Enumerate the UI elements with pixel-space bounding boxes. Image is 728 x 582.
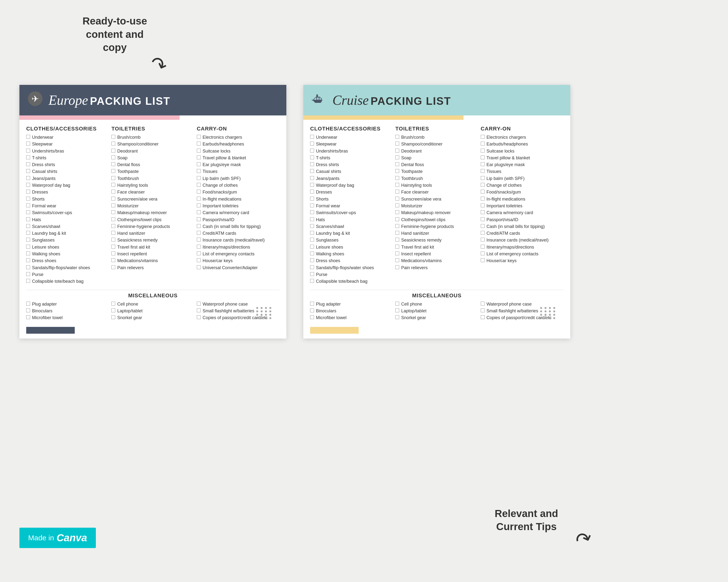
checkbox[interactable]	[395, 245, 399, 249]
checkbox[interactable]	[395, 210, 399, 214]
checkbox[interactable]	[111, 217, 115, 221]
checkbox[interactable]	[197, 302, 201, 306]
checkbox[interactable]	[26, 176, 30, 180]
checkbox[interactable]	[310, 203, 314, 207]
checkbox[interactable]	[26, 308, 30, 312]
checkbox[interactable]	[197, 135, 201, 139]
checkbox[interactable]	[26, 315, 30, 319]
checkbox[interactable]	[310, 265, 314, 269]
checkbox[interactable]	[310, 245, 314, 249]
checkbox[interactable]	[395, 203, 399, 207]
checkbox[interactable]	[197, 162, 201, 166]
checkbox[interactable]	[481, 315, 485, 319]
checkbox[interactable]	[197, 142, 201, 145]
checkbox[interactable]	[481, 251, 485, 255]
checkbox[interactable]	[197, 156, 201, 159]
checkbox[interactable]	[111, 258, 115, 262]
checkbox[interactable]	[111, 203, 115, 207]
checkbox[interactable]	[197, 149, 201, 153]
checkbox[interactable]	[26, 279, 30, 283]
checkbox[interactable]	[481, 238, 485, 242]
checkbox[interactable]	[310, 308, 314, 312]
checkbox[interactable]	[111, 210, 115, 214]
checkbox[interactable]	[395, 238, 399, 242]
checkbox[interactable]	[197, 217, 201, 221]
checkbox[interactable]	[481, 231, 485, 235]
checkbox[interactable]	[310, 210, 314, 214]
checkbox[interactable]	[395, 176, 399, 180]
checkbox[interactable]	[481, 302, 485, 306]
checkbox[interactable]	[395, 224, 399, 228]
checkbox[interactable]	[395, 217, 399, 221]
checkbox[interactable]	[26, 142, 30, 145]
checkbox[interactable]	[310, 315, 314, 319]
checkbox[interactable]	[310, 302, 314, 306]
checkbox[interactable]	[26, 231, 30, 235]
checkbox[interactable]	[395, 169, 399, 173]
checkbox[interactable]	[395, 258, 399, 262]
checkbox[interactable]	[111, 142, 115, 145]
checkbox[interactable]	[197, 315, 201, 319]
checkbox[interactable]	[197, 308, 201, 312]
checkbox[interactable]	[111, 302, 115, 306]
checkbox[interactable]	[111, 162, 115, 166]
checkbox[interactable]	[26, 197, 30, 200]
checkbox[interactable]	[111, 251, 115, 255]
checkbox[interactable]	[111, 183, 115, 187]
checkbox[interactable]	[111, 238, 115, 242]
checkbox[interactable]	[26, 265, 30, 269]
checkbox[interactable]	[26, 245, 30, 249]
checkbox[interactable]	[481, 258, 485, 262]
checkbox[interactable]	[395, 162, 399, 166]
checkbox[interactable]	[481, 308, 485, 312]
checkbox[interactable]	[481, 203, 485, 207]
checkbox[interactable]	[197, 224, 201, 228]
checkbox[interactable]	[481, 162, 485, 166]
checkbox[interactable]	[395, 231, 399, 235]
checkbox[interactable]	[197, 251, 201, 255]
checkbox[interactable]	[310, 224, 314, 228]
checkbox[interactable]	[481, 156, 485, 159]
checkbox[interactable]	[310, 272, 314, 276]
checkbox[interactable]	[481, 169, 485, 173]
checkbox[interactable]	[26, 302, 30, 306]
checkbox[interactable]	[111, 190, 115, 194]
checkbox[interactable]	[310, 231, 314, 235]
checkbox[interactable]	[197, 210, 201, 214]
checkbox[interactable]	[111, 169, 115, 173]
checkbox[interactable]	[395, 156, 399, 159]
checkbox[interactable]	[26, 156, 30, 159]
checkbox[interactable]	[26, 169, 30, 173]
checkbox[interactable]	[310, 142, 314, 145]
checkbox[interactable]	[395, 302, 399, 306]
checkbox[interactable]	[197, 265, 201, 269]
checkbox[interactable]	[111, 245, 115, 249]
checkbox[interactable]	[111, 149, 115, 153]
checkbox[interactable]	[26, 149, 30, 153]
checkbox[interactable]	[26, 224, 30, 228]
checkbox[interactable]	[481, 224, 485, 228]
checkbox[interactable]	[111, 156, 115, 159]
checkbox[interactable]	[481, 190, 485, 194]
checkbox[interactable]	[111, 315, 115, 319]
checkbox[interactable]	[395, 183, 399, 187]
checkbox[interactable]	[481, 210, 485, 214]
checkbox[interactable]	[197, 190, 201, 194]
checkbox[interactable]	[197, 245, 201, 249]
checkbox[interactable]	[481, 135, 485, 139]
checkbox[interactable]	[395, 197, 399, 200]
checkbox[interactable]	[310, 149, 314, 153]
checkbox[interactable]	[26, 190, 30, 194]
checkbox[interactable]	[395, 251, 399, 255]
checkbox[interactable]	[395, 135, 399, 139]
checkbox[interactable]	[481, 142, 485, 145]
checkbox[interactable]	[26, 258, 30, 262]
checkbox[interactable]	[26, 272, 30, 276]
checkbox[interactable]	[395, 149, 399, 153]
checkbox[interactable]	[111, 224, 115, 228]
checkbox[interactable]	[310, 258, 314, 262]
checkbox[interactable]	[197, 258, 201, 262]
checkbox[interactable]	[481, 176, 485, 180]
checkbox[interactable]	[197, 183, 201, 187]
checkbox[interactable]	[26, 162, 30, 166]
